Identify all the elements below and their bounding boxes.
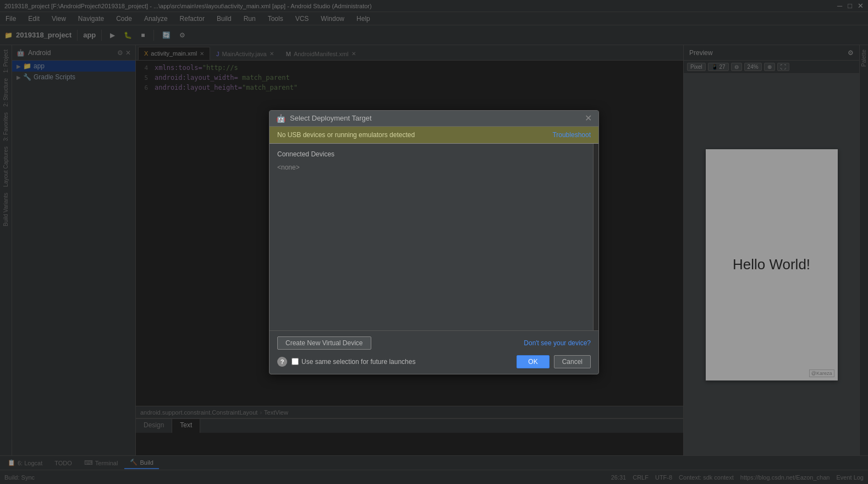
dialog-footer: Create New Virtual Device Don't see your… [270, 330, 598, 374]
dialog-close-button[interactable]: ✕ [585, 114, 592, 123]
dialog-warning-text: No USB devices or running emulators dete… [277, 131, 415, 139]
select-deployment-dialog: 🤖 Select Deployment Target ✕ No USB devi… [269, 110, 599, 374]
dialog-title-icon: 🤖 [276, 114, 285, 123]
dialog-action-buttons: OK Cancel [517, 355, 591, 368]
dialog-cancel-button[interactable]: Cancel [554, 355, 591, 368]
dialog-title-bar: 🤖 Select Deployment Target ✕ [270, 111, 598, 127]
dialog-warning-bar: No USB devices or running emulators dete… [270, 127, 598, 144]
same-selection-checkbox[interactable] [292, 358, 299, 365]
dialog-ok-button[interactable]: OK [517, 355, 549, 368]
dialog-title-text: Select Deployment Target [290, 114, 580, 122]
help-icon[interactable]: ? [277, 357, 287, 367]
same-selection-label: Use same selection for future launches [301, 358, 415, 366]
dialog-overlay: 🤖 Select Deployment Target ✕ No USB devi… [0, 0, 868, 484]
dialog-scrollbar[interactable] [593, 144, 598, 330]
dialog-footer-bottom: ? Use same selection for future launches… [277, 355, 591, 368]
dialog-none-text: <none> [277, 161, 585, 173]
same-selection-checkbox-label[interactable]: Use same selection for future launches [292, 358, 415, 366]
dialog-content: Connected Devices <none> [270, 144, 593, 330]
dialog-body-row: Connected Devices <none> [270, 144, 598, 330]
create-virtual-device-button[interactable]: Create New Virtual Device [277, 336, 371, 350]
dialog-footer-top: Create New Virtual Device Don't see your… [277, 336, 591, 350]
dont-see-device-link[interactable]: Don't see your device? [524, 339, 591, 347]
troubleshoot-link[interactable]: Troubleshoot [552, 131, 591, 139]
dialog-section-title: Connected Devices [277, 150, 585, 158]
